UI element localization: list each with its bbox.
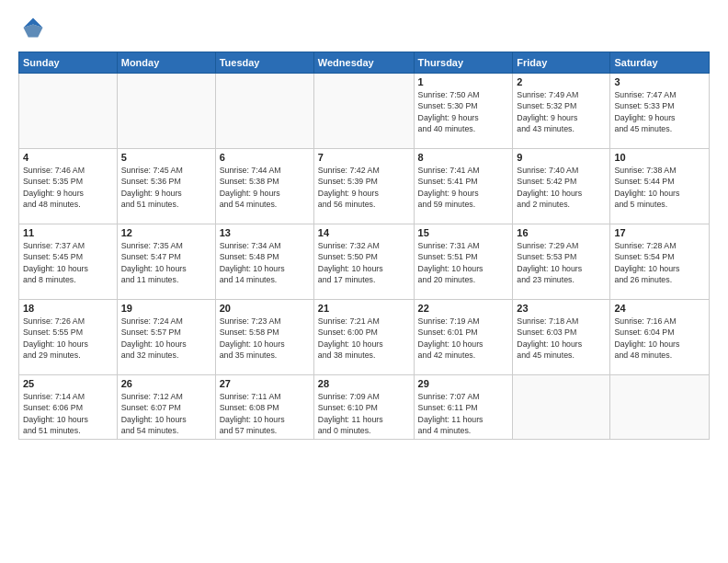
day-info: Sunrise: 7:19 AM Sunset: 6:01 PM Dayligh… [418,316,509,361]
day-number: 19 [121,303,211,314]
calendar-day-9: 9Sunrise: 7:40 AM Sunset: 5:42 PM Daylig… [513,149,610,224]
calendar-day-3: 3Sunrise: 7:47 AM Sunset: 5:33 PM Daylig… [610,74,710,149]
calendar-day-empty [19,74,118,149]
day-number: 27 [220,378,310,389]
calendar-weekday-monday: Monday [117,52,215,74]
calendar-day-24: 24Sunrise: 7:16 AM Sunset: 6:04 PM Dayli… [610,300,710,375]
day-number: 21 [318,303,410,314]
day-number: 9 [517,152,606,163]
day-info: Sunrise: 7:47 AM Sunset: 5:33 PM Dayligh… [614,89,705,134]
calendar-day-28: 28Sunrise: 7:09 AM Sunset: 6:10 PM Dayli… [313,375,414,440]
day-number: 12 [121,227,211,238]
calendar-day-8: 8Sunrise: 7:41 AM Sunset: 5:41 PM Daylig… [414,149,513,224]
day-info: Sunrise: 7:23 AM Sunset: 5:58 PM Dayligh… [220,316,310,361]
day-number: 20 [220,303,310,314]
day-number: 7 [318,152,410,163]
day-info: Sunrise: 7:09 AM Sunset: 6:10 PM Dayligh… [318,391,410,436]
calendar-day-18: 18Sunrise: 7:26 AM Sunset: 5:55 PM Dayli… [19,300,118,375]
day-number: 3 [614,76,705,87]
day-number: 18 [23,303,113,314]
calendar-day-1: 1Sunrise: 7:50 AM Sunset: 5:30 PM Daylig… [414,74,513,149]
calendar-day-23: 23Sunrise: 7:18 AM Sunset: 6:03 PM Dayli… [513,300,610,375]
calendar-day-10: 10Sunrise: 7:38 AM Sunset: 5:44 PM Dayli… [610,149,710,224]
calendar-day-12: 12Sunrise: 7:35 AM Sunset: 5:47 PM Dayli… [117,224,215,300]
day-number: 8 [418,152,509,163]
day-number: 10 [614,152,705,163]
calendar-day-26: 26Sunrise: 7:12 AM Sunset: 6:07 PM Dayli… [117,375,215,440]
day-info: Sunrise: 7:50 AM Sunset: 5:30 PM Dayligh… [418,89,509,134]
day-info: Sunrise: 7:34 AM Sunset: 5:48 PM Dayligh… [220,240,310,285]
calendar-table: SundayMondayTuesdayWednesdayThursdayFrid… [18,52,710,440]
day-info: Sunrise: 7:12 AM Sunset: 6:07 PM Dayligh… [121,391,211,436]
day-info: Sunrise: 7:49 AM Sunset: 5:32 PM Dayligh… [517,89,606,134]
calendar-day-29: 29Sunrise: 7:07 AM Sunset: 6:11 PM Dayli… [414,375,513,440]
day-info: Sunrise: 7:21 AM Sunset: 6:00 PM Dayligh… [318,316,410,361]
calendar-day-21: 21Sunrise: 7:21 AM Sunset: 6:00 PM Dayli… [313,300,414,375]
calendar-week-row: 1Sunrise: 7:50 AM Sunset: 5:30 PM Daylig… [19,74,710,149]
day-info: Sunrise: 7:35 AM Sunset: 5:47 PM Dayligh… [121,240,211,285]
calendar-day-5: 5Sunrise: 7:45 AM Sunset: 5:36 PM Daylig… [117,149,215,224]
day-info: Sunrise: 7:44 AM Sunset: 5:38 PM Dayligh… [220,165,310,210]
day-info: Sunrise: 7:45 AM Sunset: 5:36 PM Dayligh… [121,165,211,210]
calendar-weekday-sunday: Sunday [19,52,118,74]
day-number: 1 [418,76,509,87]
calendar-day-20: 20Sunrise: 7:23 AM Sunset: 5:58 PM Dayli… [215,300,313,375]
day-info: Sunrise: 7:18 AM Sunset: 6:03 PM Dayligh… [517,316,606,361]
day-info: Sunrise: 7:37 AM Sunset: 5:45 PM Dayligh… [23,240,113,285]
day-number: 16 [517,227,606,238]
day-number: 13 [220,227,310,238]
calendar-weekday-friday: Friday [513,52,610,74]
day-info: Sunrise: 7:46 AM Sunset: 5:35 PM Dayligh… [23,165,113,210]
calendar-day-empty [513,375,610,440]
calendar-day-empty [610,375,710,440]
calendar-weekday-thursday: Thursday [414,52,513,74]
day-info: Sunrise: 7:26 AM Sunset: 5:55 PM Dayligh… [23,316,113,361]
calendar-day-19: 19Sunrise: 7:24 AM Sunset: 5:57 PM Dayli… [117,300,215,375]
calendar-week-row: 25Sunrise: 7:14 AM Sunset: 6:06 PM Dayli… [19,375,710,440]
page: SundayMondayTuesdayWednesdayThursdayFrid… [0,0,728,563]
day-number: 14 [318,227,410,238]
calendar-day-empty [117,74,215,149]
day-number: 24 [614,303,705,314]
day-number: 25 [23,378,113,389]
day-info: Sunrise: 7:42 AM Sunset: 5:39 PM Dayligh… [318,165,410,210]
logo-icon [20,15,46,40]
calendar-weekday-tuesday: Tuesday [215,52,313,74]
day-info: Sunrise: 7:41 AM Sunset: 5:41 PM Dayligh… [418,165,509,210]
calendar-week-row: 18Sunrise: 7:26 AM Sunset: 5:55 PM Dayli… [19,300,710,375]
day-info: Sunrise: 7:32 AM Sunset: 5:50 PM Dayligh… [318,240,410,285]
calendar-day-17: 17Sunrise: 7:28 AM Sunset: 5:54 PM Dayli… [610,224,710,300]
day-number: 4 [23,152,113,163]
calendar-day-4: 4Sunrise: 7:46 AM Sunset: 5:35 PM Daylig… [19,149,118,224]
day-info: Sunrise: 7:38 AM Sunset: 5:44 PM Dayligh… [614,165,705,210]
calendar-week-row: 11Sunrise: 7:37 AM Sunset: 5:45 PM Dayli… [19,224,710,300]
calendar-weekday-wednesday: Wednesday [313,52,414,74]
day-info: Sunrise: 7:24 AM Sunset: 5:57 PM Dayligh… [121,316,211,361]
calendar-day-25: 25Sunrise: 7:14 AM Sunset: 6:06 PM Dayli… [19,375,118,440]
day-number: 26 [121,378,211,389]
calendar-day-empty [313,74,414,149]
day-number: 23 [517,303,606,314]
calendar-day-11: 11Sunrise: 7:37 AM Sunset: 5:45 PM Dayli… [19,224,118,300]
day-info: Sunrise: 7:31 AM Sunset: 5:51 PM Dayligh… [418,240,509,285]
day-info: Sunrise: 7:40 AM Sunset: 5:42 PM Dayligh… [517,165,606,210]
day-info: Sunrise: 7:16 AM Sunset: 6:04 PM Dayligh… [614,316,705,361]
day-number: 2 [517,76,606,87]
day-number: 29 [418,378,509,389]
day-number: 28 [318,378,410,389]
logo [18,15,46,44]
day-number: 11 [23,227,113,238]
day-info: Sunrise: 7:29 AM Sunset: 5:53 PM Dayligh… [517,240,606,285]
calendar-day-2: 2Sunrise: 7:49 AM Sunset: 5:32 PM Daylig… [513,74,610,149]
calendar-day-16: 16Sunrise: 7:29 AM Sunset: 5:53 PM Dayli… [513,224,610,300]
calendar-week-row: 4Sunrise: 7:46 AM Sunset: 5:35 PM Daylig… [19,149,710,224]
calendar-weekday-saturday: Saturday [610,52,710,74]
day-info: Sunrise: 7:07 AM Sunset: 6:11 PM Dayligh… [418,391,509,436]
day-number: 6 [220,152,310,163]
calendar-day-6: 6Sunrise: 7:44 AM Sunset: 5:38 PM Daylig… [215,149,313,224]
calendar-day-13: 13Sunrise: 7:34 AM Sunset: 5:48 PM Dayli… [215,224,313,300]
day-number: 15 [418,227,509,238]
calendar-day-7: 7Sunrise: 7:42 AM Sunset: 5:39 PM Daylig… [313,149,414,224]
calendar-day-14: 14Sunrise: 7:32 AM Sunset: 5:50 PM Dayli… [313,224,414,300]
calendar-day-empty [215,74,313,149]
